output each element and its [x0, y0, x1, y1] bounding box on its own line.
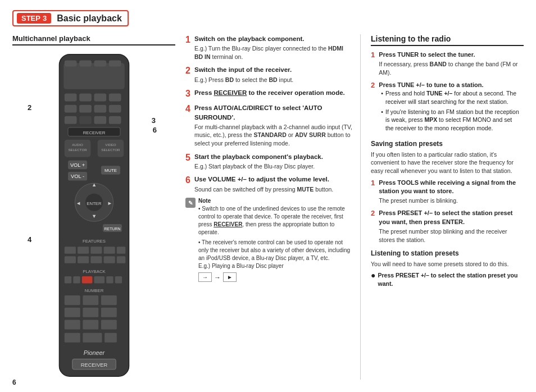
saving-step-2-num: 2: [371, 209, 375, 218]
svg-rect-65: [101, 295, 116, 305]
svg-rect-72: [64, 333, 80, 343]
svg-rect-46: [103, 247, 115, 253]
saving-step-1: 1 Press TOOLS while receiving a signal f…: [371, 179, 524, 205]
step-5: 5 Start the playback component's playbac…: [185, 152, 355, 171]
step-4-content: Press AUTO/ALC/DIRECT to select 'AUTO SU…: [194, 103, 352, 147]
step-1-content: Switch on the playback component. E.g.) …: [194, 34, 352, 61]
svg-text:AUDIO: AUDIO: [72, 143, 83, 147]
svg-rect-60: [115, 276, 121, 283]
main-layout: Multichannel playback 2 3 6 4: [12, 34, 524, 380]
step-banner: STEP 3 Basic playback: [12, 10, 129, 26]
svg-rect-14: [64, 116, 76, 124]
svg-rect-48: [64, 256, 75, 263]
bullet-2: • If you're listening to an FM station b…: [379, 108, 520, 133]
svg-rect-10: [64, 105, 76, 113]
svg-rect-58: [94, 276, 105, 283]
svg-rect-63: [64, 295, 80, 305]
step-label: STEP: [21, 14, 40, 22]
bullet-2-text: If you're listening to an FM station but…: [385, 108, 520, 133]
svg-rect-59: [106, 276, 113, 283]
step-3: 3 Press RECEIVER to the receiver operati…: [185, 88, 355, 99]
svg-rect-71: [101, 320, 116, 330]
svg-text:PLAYBACK: PLAYBACK: [83, 269, 106, 274]
bullet-1: • Press and hold TUNE +/– for about a se…: [379, 89, 520, 106]
svg-rect-2: [64, 61, 76, 67]
page: STEP 3 Basic playback Multichannel playb…: [0, 0, 536, 392]
left-column: Multichannel playback 2 3 6 4: [12, 34, 175, 380]
svg-rect-7: [79, 94, 92, 102]
svg-rect-1: [63, 63, 125, 89]
svg-rect-12: [94, 105, 106, 113]
page-number: 6: [12, 379, 16, 386]
svg-text:Pioneer: Pioneer: [83, 349, 105, 356]
svg-rect-3: [79, 61, 92, 67]
note-content: Note • Switch to one of the underlined d…: [198, 198, 355, 282]
play-box: ►: [223, 272, 237, 282]
svg-rect-45: [90, 247, 102, 253]
step-4-body: For multi-channel playback with a 2-chan…: [194, 123, 352, 148]
svg-text:VOL -: VOL -: [71, 174, 84, 179]
svg-text:NUMBER: NUMBER: [84, 288, 103, 293]
multichannel-title: Multichannel playback: [12, 34, 175, 45]
bullet-dot-1: •: [381, 89, 383, 106]
saving-step-2-content: Press PRESET +/– to select the station p…: [379, 209, 520, 244]
arrow-sep: →: [214, 274, 221, 281]
svg-text:FEATURES: FEATURES: [83, 239, 106, 244]
saving-step-1-body: The preset number is blinking.: [379, 197, 520, 205]
step-5-heading: Start the playback component's playback.: [194, 152, 352, 161]
remote-wrapper: 2 3 6 4: [26, 50, 161, 381]
svg-text:RECEIVER: RECEIVER: [83, 130, 105, 135]
svg-rect-9: [108, 94, 121, 102]
svg-text:▲: ▲: [91, 182, 96, 188]
saving-step-1-num: 1: [371, 179, 375, 188]
arrow-demo: → → ►: [198, 272, 355, 282]
bullet-1-text: Press and hold TUNE +/– for about a seco…: [385, 89, 520, 106]
svg-rect-64: [83, 295, 98, 305]
right-step-2-content: Press TUNE +/– to tune to a station. • P…: [379, 81, 520, 134]
step-6: 6 Use VOLUME +/– to adjust the volume le…: [185, 175, 355, 193]
svg-rect-44: [78, 247, 89, 253]
arrow-box: →: [198, 272, 212, 282]
svg-rect-50: [90, 256, 102, 263]
note-icon: ✎: [185, 198, 196, 208]
listening-presets-title: Listening to station presets: [371, 249, 524, 257]
svg-rect-66: [64, 308, 80, 317]
step-5-content: Start the playback component's playback.…: [194, 152, 352, 171]
step-badge: STEP 3: [17, 13, 51, 24]
step-6-content: Use VOLUME +/– to adjust the volume leve…: [194, 175, 352, 193]
note-bullet-2: • The receiver's remote control can be u…: [198, 239, 355, 270]
right-step-2-heading: Press TUNE +/– to tune to a station.: [379, 81, 520, 89]
label-3: 3: [152, 116, 156, 125]
note-box: ✎ Note • Switch to one of the underlined…: [185, 198, 355, 282]
right-step-1: 1 Press TUNER to select the tuner. If ne…: [371, 51, 524, 77]
svg-rect-49: [78, 256, 89, 263]
svg-text:▼: ▼: [91, 213, 96, 219]
svg-text:SELECTOR: SELECTOR: [68, 148, 87, 152]
step-4: 4 Press AUTO/ALC/DIRECT to select 'AUTO …: [185, 103, 355, 147]
right-step-1-heading: Press TUNER to select the tuner.: [379, 51, 520, 59]
listen-bullet-dot: ●: [371, 271, 375, 279]
svg-rect-73: [83, 333, 102, 343]
right-step-1-num: 1: [371, 51, 375, 60]
svg-rect-57: [81, 276, 92, 283]
right-column: Listening to the radio 1 Press TUNER to …: [361, 34, 524, 380]
svg-rect-70: [83, 320, 98, 330]
label-2: 2: [28, 103, 31, 112]
saving-intro: If you often listen to a particular radi…: [371, 151, 524, 175]
svg-text:VOL +: VOL +: [70, 162, 84, 168]
step-2-body: E.g.) Press BD to select the BD input.: [194, 76, 352, 84]
svg-rect-52: [116, 256, 125, 263]
svg-rect-51: [103, 256, 115, 263]
svg-text:VIDEO: VIDEO: [105, 143, 116, 147]
saving-step-2-heading: Press PRESET +/– to select the station p…: [379, 209, 520, 226]
bullet-dot-2: •: [381, 108, 383, 133]
listening-presets-intro: You will need to have some presets store…: [371, 260, 524, 268]
step-title: Basic playback: [57, 13, 122, 24]
step-number: 3: [43, 14, 47, 22]
svg-rect-69: [64, 320, 80, 330]
step-2-heading: Switch the input of the receiver.: [194, 65, 352, 74]
label-4: 4: [28, 235, 31, 244]
step-6-num: 6: [185, 175, 190, 185]
step-6-heading: Use VOLUME +/– to adjust the volume leve…: [194, 175, 352, 184]
svg-rect-74: [105, 333, 117, 343]
